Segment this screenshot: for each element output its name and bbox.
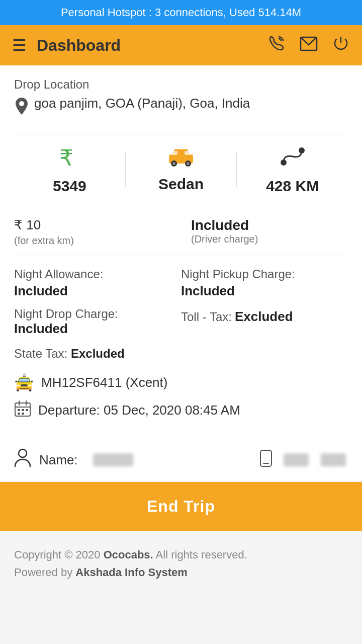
svg-point-11 [187, 162, 190, 165]
state-tax-row: State Tax: Excluded [14, 347, 348, 361]
car-icon [167, 146, 195, 172]
header-icons [267, 34, 350, 56]
night-allowance-block: Night Allowance: Included [14, 267, 181, 299]
location-pin-icon [14, 97, 29, 120]
svg-point-23 [19, 449, 27, 457]
phone-icon[interactable] [267, 34, 286, 56]
end-trip-button[interactable]: End Trip [0, 482, 362, 531]
extra-km-rate: ₹ 10 [14, 217, 171, 233]
status-bar: Personal Hotspot : 3 connections, Used 5… [0, 0, 362, 25]
footer: Copyright © 2020 Ococabs. All rights res… [0, 531, 362, 591]
person-icon [14, 448, 31, 471]
cab-info-row: 🚖 MH12SF6411 (Xcent) [14, 373, 348, 392]
footer-rights: All rights reserved. [153, 548, 247, 561]
rupee-icon: ₹ [58, 144, 80, 174]
passenger-phone-value-2 [321, 453, 346, 466]
svg-text:₹: ₹ [59, 145, 73, 169]
svg-rect-6 [171, 151, 177, 155]
header-title: Dashboard [37, 36, 257, 55]
night-drop-title: Night Drop Charge: [14, 307, 181, 321]
svg-rect-21 [18, 413, 20, 415]
drop-address: goa panjim, GOA (Panaji), Goa, India [34, 96, 250, 111]
extra-km-block: ₹ 10 (for extra km) [14, 217, 181, 247]
night-allowance-value: Included [14, 283, 181, 299]
svg-point-3 [19, 101, 24, 106]
night-drop-toll-row: Night Drop Charge: Included Toll - Tax: … [14, 307, 348, 337]
footer-line1: Copyright © 2020 Ococabs. All rights res… [14, 546, 348, 564]
cab-icon: 🚖 [14, 373, 34, 392]
car-type-value: Sedan [158, 176, 204, 193]
passenger-name-value [93, 453, 133, 466]
svg-point-9 [172, 162, 175, 165]
distance-stat: 428 KM [237, 144, 348, 195]
extra-km-label: (for extra km) [14, 235, 171, 247]
menu-icon[interactable]: ☰ [12, 36, 27, 55]
state-tax-label: State Tax: [14, 347, 67, 360]
footer-brand: Ococabs. [104, 548, 153, 561]
night-pickup-title: Night Pickup Charge: [181, 267, 348, 281]
passenger-phone-value-1 [284, 453, 309, 466]
charges-grid: ₹ 10 (for extra km) Included (Driver cha… [14, 217, 348, 255]
driver-charge-status: Included [191, 217, 348, 233]
header: ☰ Dashboard [0, 25, 362, 65]
footer-line2: Powered by Akshada Info System [14, 564, 348, 581]
toll-block: Toll - Tax: Excluded [181, 309, 348, 325]
toll-label: Toll - Tax: [181, 310, 232, 324]
departure-text: Departure: 05 Dec, 2020 08:45 AM [38, 403, 240, 418]
stats-row: ₹ 5349 Sedan [14, 134, 348, 205]
night-drop-block: Night Drop Charge: Included [14, 307, 181, 337]
cab-text: MH12SF6411 (Xcent) [41, 375, 167, 390]
drop-location-label: Drop Location [14, 77, 348, 92]
svg-rect-24 [260, 450, 272, 466]
passenger-card: Name: [0, 438, 362, 482]
svg-rect-22 [22, 413, 24, 415]
night-allowance-title: Night Allowance: [14, 267, 181, 281]
svg-rect-7 [185, 151, 191, 155]
location-row: goa panjim, GOA (Panaji), Goa, India [14, 96, 348, 120]
driver-charge-block: Included (Driver charge) [181, 217, 348, 247]
svg-rect-20 [26, 409, 28, 411]
mail-icon[interactable] [300, 36, 318, 55]
car-type-stat: Sedan [126, 146, 237, 193]
distance-value: 428 KM [266, 178, 319, 195]
main-card: Drop Location goa panjim, GOA (Panaji), … [0, 65, 362, 438]
night-charges-row: Night Allowance: Included Night Pickup C… [14, 267, 348, 299]
svg-rect-18 [18, 409, 20, 411]
calendar-icon [14, 400, 31, 421]
departure-row: Departure: 05 Dec, 2020 08:45 AM [14, 400, 348, 421]
power-icon[interactable] [332, 34, 350, 56]
footer-powered-brand: Akshada Info System [75, 566, 188, 579]
passenger-name-label: Name: [39, 452, 78, 468]
toll-value: Excluded [235, 309, 293, 325]
night-pickup-value: Included [181, 283, 348, 299]
svg-rect-19 [22, 409, 24, 411]
price-stat: ₹ 5349 [14, 144, 125, 195]
state-tax-value: Excluded [71, 347, 125, 360]
footer-copyright: Copyright © 2020 [14, 548, 104, 561]
passenger-phone-icon [258, 449, 274, 471]
price-value: 5349 [53, 178, 86, 195]
night-drop-value: Included [14, 321, 181, 337]
night-pickup-block: Night Pickup Charge: Included [181, 267, 348, 299]
route-icon [279, 144, 307, 174]
driver-charge-label: (Driver charge) [191, 233, 348, 245]
footer-powered-by: Powered by [14, 566, 75, 579]
status-bar-text: Personal Hotspot : 3 connections, Used 5… [61, 6, 301, 19]
